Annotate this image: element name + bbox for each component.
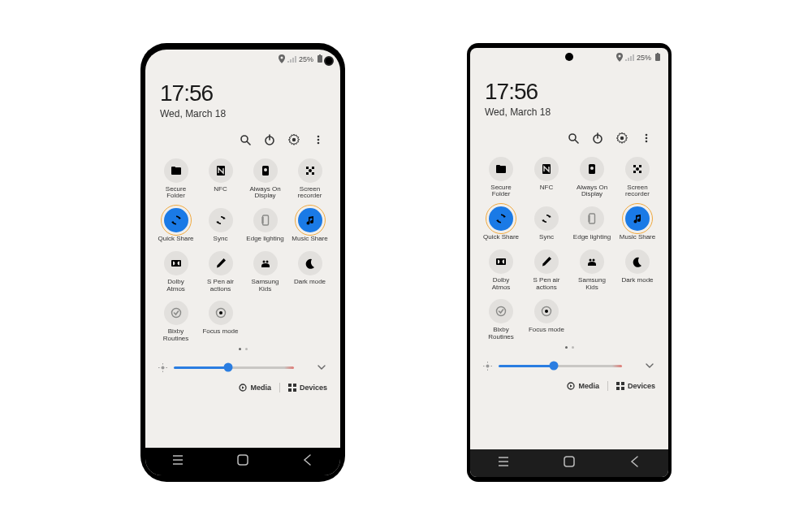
separator (607, 381, 608, 391)
brightness-thumb[interactable] (550, 362, 559, 371)
tile-s-pen-air-actions[interactable]: S Pen airactions (198, 251, 243, 293)
settings-icon[interactable] (288, 134, 300, 149)
nav-bar (470, 449, 668, 477)
clock-time: 17:56 (160, 80, 326, 106)
media-label: Media (250, 384, 271, 392)
tile-dark-mode[interactable]: Dark mode (615, 249, 660, 292)
devices-button[interactable]: Devices (288, 384, 327, 392)
tile-label: BixbyRoutines (163, 328, 189, 343)
screen: 25% 17:56 Wed, March 18 SecureFolder NFC… (470, 48, 668, 477)
tile-label: Screenrecorder (625, 184, 650, 199)
tile-samsung-kids[interactable]: SamsungKids (569, 249, 615, 292)
tile-screen-recorder[interactable]: Screenrecorder (615, 157, 660, 199)
search-icon[interactable] (568, 132, 579, 147)
tile-bixby-routines[interactable]: BixbyRoutines (153, 301, 198, 343)
camera-hole (565, 53, 573, 61)
media-button[interactable]: Media (239, 384, 271, 392)
nav-recents[interactable] (496, 454, 511, 472)
tile-secure-folder[interactable]: SecureFolder (478, 157, 524, 199)
tile-label: Quick Share (483, 234, 519, 241)
tile-dolby-atmos[interactable]: DolbyAtmos (478, 249, 524, 292)
tile-label: BixbyRoutines (488, 327, 514, 341)
media-icon (567, 382, 575, 390)
nav-home[interactable] (235, 453, 250, 470)
signal-icon (287, 56, 296, 63)
tile-dark-mode[interactable]: Dark mode (287, 251, 332, 293)
brightness-slider[interactable] (499, 365, 622, 367)
settings-icon[interactable] (616, 132, 628, 147)
panel-header: 17:56 Wed, March 18 (145, 69, 340, 126)
tile-focus-mode[interactable]: Focus mode (198, 301, 243, 343)
nav-back[interactable] (628, 454, 642, 472)
panel-header: 17:56 Wed, March 18 (470, 67, 668, 124)
chevron-down-icon[interactable] (644, 360, 655, 371)
tile-music-share[interactable]: Music Share (287, 208, 332, 243)
brightness-low-icon (483, 362, 492, 371)
tile-focus-mode[interactable]: Focus mode (524, 299, 569, 341)
tile-label: NFC (214, 186, 227, 193)
tile-sync[interactable]: Sync (198, 208, 243, 243)
search-icon[interactable] (240, 134, 251, 149)
tile-bixby-routines[interactable]: BixbyRoutines (478, 299, 524, 341)
tile-label: Screenrecorder (298, 186, 322, 201)
nav-home[interactable] (562, 454, 577, 472)
status-bar: 25% (145, 50, 340, 69)
panel-toolbar (470, 124, 668, 152)
tile-label: Edge lighting (573, 234, 611, 241)
devices-label: Devices (628, 382, 655, 390)
tile-label: Edge lighting (246, 236, 283, 243)
tile-dolby-atmos[interactable]: DolbyAtmos (153, 251, 198, 293)
tile-label: Dark mode (621, 277, 653, 284)
tile-label: NFC (540, 184, 553, 192)
tile-label: SecureFolder (166, 186, 186, 201)
devices-icon (288, 384, 296, 392)
media-button[interactable]: Media (567, 382, 599, 390)
brightness-slider[interactable] (174, 366, 294, 369)
power-icon[interactable] (264, 134, 275, 149)
devices-button[interactable]: Devices (616, 382, 655, 390)
quick-settings-grid: SecureFolder NFC Always OnDisplay Screen… (470, 152, 668, 342)
battery-icon (316, 54, 322, 63)
tile-music-share[interactable]: Music Share (615, 206, 660, 241)
power-icon[interactable] (592, 132, 603, 147)
tile-screen-recorder[interactable]: Screenrecorder (287, 158, 332, 201)
location-icon (277, 54, 285, 63)
page-dots (145, 348, 340, 350)
tile-label: Focus mode (202, 328, 238, 336)
tile-quick-share[interactable]: Quick Share (478, 206, 524, 241)
tile-label: S Pen airactions (207, 279, 234, 293)
tile-label: Music Share (620, 234, 655, 241)
media-icon (239, 384, 247, 392)
tile-nfc[interactable]: NFC (524, 157, 569, 199)
tile-label: Always OnDisplay (249, 186, 280, 201)
location-icon (615, 53, 623, 62)
more-icon[interactable] (313, 134, 324, 149)
tile-label: SecureFolder (490, 184, 511, 199)
tile-label: Sync (214, 236, 228, 243)
battery-pct: 25% (637, 54, 651, 62)
tile-quick-share[interactable]: Quick Share (153, 208, 198, 243)
tile-nfc[interactable]: NFC (198, 158, 243, 201)
clock-time: 17:56 (485, 79, 654, 105)
brightness-thumb[interactable] (223, 363, 232, 372)
chevron-down-icon[interactable] (316, 362, 327, 373)
tile-always-on-display[interactable]: Always OnDisplay (243, 158, 287, 201)
media-label: Media (578, 382, 599, 390)
tile-samsung-kids[interactable]: SamsungKids (243, 251, 287, 293)
tile-always-on-display[interactable]: Always OnDisplay (569, 157, 615, 199)
brightness-low-icon (158, 363, 167, 372)
separator (279, 383, 280, 392)
tile-edge-lighting[interactable]: Edge lighting (569, 206, 615, 241)
brightness-row (470, 353, 668, 378)
devices-label: Devices (300, 384, 327, 392)
tile-label: Sync (539, 234, 554, 241)
nav-recents[interactable] (171, 453, 185, 470)
more-icon[interactable] (641, 132, 652, 147)
nav-back[interactable] (300, 453, 315, 470)
quick-settings-grid: SecureFolder NFC Always OnDisplay Screen… (145, 154, 340, 344)
phone-s10: 25% 17:56 Wed, March 18 SecureFolder NFC… (140, 43, 345, 482)
tile-edge-lighting[interactable]: Edge lighting (243, 208, 287, 243)
tile-s-pen-air-actions[interactable]: S Pen airactions (524, 249, 569, 292)
tile-sync[interactable]: Sync (524, 206, 569, 241)
tile-secure-folder[interactable]: SecureFolder (153, 158, 198, 201)
